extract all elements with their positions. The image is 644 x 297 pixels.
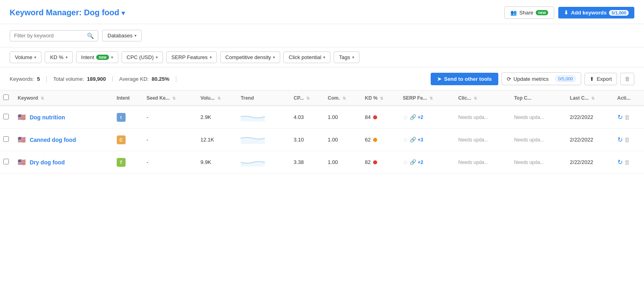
filter-intent[interactable]: Intent new ▾ (76, 51, 118, 63)
row-trash-icon[interactable]: 🗑 (624, 136, 630, 143)
filter-click-label: Click potential (289, 54, 321, 60)
filter-volume[interactable]: Volume ▾ (10, 51, 41, 63)
th-serp[interactable]: SERP Fe... ⇅ (400, 90, 455, 106)
row-last-c: 2/22/2022 (567, 151, 614, 174)
kd-dot (373, 160, 377, 164)
trend-chart (241, 112, 269, 121)
export-button[interactable]: ⬆ Export (584, 73, 617, 85)
flag-icon: 🇺🇸 (18, 114, 26, 121)
filter-volume-chevron: ▾ (34, 55, 36, 59)
databases-chevron: ▾ (134, 33, 136, 38)
row-seed-ke: - (143, 151, 197, 174)
row-checkbox[interactable] (3, 159, 9, 164)
link-icon: 🔗 (410, 114, 416, 120)
table-row: 🇺🇸 Dog nutrition I - 2.9K 4.03 1.00 84 ☆… (0, 106, 644, 129)
header-actions: 👥 Share new ⬇ Add keywords 5/1,000 (504, 6, 634, 19)
filter-serp[interactable]: SERP Features ▾ (166, 51, 217, 63)
stat-keywords-label: Keywords: (10, 76, 34, 82)
refresh-icon[interactable]: ↻ (617, 113, 623, 121)
stat-avg-kd: Average KD: 80.25% (119, 76, 176, 82)
th-volume[interactable]: Volu... ⇅ (197, 90, 237, 106)
lastc-sort-icon: ⇅ (591, 96, 594, 100)
kd-dot (373, 138, 377, 142)
search-box[interactable]: 🔍 (10, 30, 98, 41)
row-intent: T (114, 151, 143, 174)
send-icon: ➤ (437, 76, 442, 82)
delete-button[interactable]: 🗑 (620, 73, 634, 85)
row-seed-ke: - (143, 106, 197, 129)
filter-click[interactable]: Click potential ▾ (283, 51, 330, 63)
row-kd: 62 (362, 129, 400, 151)
filter-competitive-label: Competitive density (225, 54, 271, 60)
th-top-c[interactable]: Top C... (511, 90, 567, 106)
filter-bar: Volume ▾ KD % ▾ Intent new ▾ CPC (USD) ▾… (0, 47, 644, 68)
th-actions: Acti... (614, 90, 644, 106)
row-trend (237, 106, 290, 129)
serp-plus-badge[interactable]: +2 (418, 160, 423, 165)
row-trash-icon[interactable]: 🗑 (624, 159, 630, 166)
share-button[interactable]: 👥 Share new (504, 6, 554, 19)
row-cp: 3.38 (291, 151, 325, 174)
th-last-c[interactable]: Last C... ⇅ (567, 90, 614, 106)
databases-dropdown[interactable]: Databases ▾ (102, 30, 142, 41)
select-all-checkbox[interactable] (3, 94, 9, 100)
row-checkbox[interactable] (3, 114, 9, 119)
search-icon: 🔍 (87, 33, 94, 39)
keyword-link[interactable]: Dry dog food (30, 159, 65, 166)
row-com: 1.00 (324, 106, 361, 129)
title-chevron[interactable]: ▾ (122, 10, 125, 16)
kd-dot (373, 115, 377, 119)
row-keyword: 🇺🇸 Dog nutrition (14, 106, 114, 129)
top-c-value: Needs upda... (514, 115, 544, 120)
row-kd: 84 (362, 106, 400, 129)
search-input[interactable] (14, 33, 85, 39)
seedke-sort-icon: ⇅ (172, 96, 175, 100)
send-to-tools-button[interactable]: ➤ Send to other tools (431, 73, 498, 85)
filter-kd[interactable]: KD % ▾ (45, 51, 72, 63)
th-seed-ke[interactable]: Seed Ke... ⇅ (143, 90, 197, 106)
top-c-value: Needs upda... (514, 160, 544, 165)
serp-plus-badge[interactable]: +2 (418, 115, 423, 120)
th-kd[interactable]: KD % ⇅ (362, 90, 400, 106)
filter-cpc-chevron: ▾ (156, 55, 158, 59)
table-row: 🇺🇸 Canned dog food C - 12.1K 3.10 1.00 6… (0, 129, 644, 151)
filter-tags[interactable]: Tags ▾ (334, 51, 359, 63)
refresh-icon[interactable]: ↻ (617, 158, 623, 166)
cp-sort-icon: ⇅ (306, 96, 310, 100)
stats-bar: Keywords: 5 Total volume: 189,900 Averag… (0, 68, 644, 90)
update-metrics-button[interactable]: ⟳ Update metrics 0/5,000 (502, 72, 582, 85)
add-keywords-button[interactable]: ⬇ Add keywords 5/1,000 (558, 7, 634, 18)
th-intent[interactable]: Intent (114, 90, 143, 106)
click-value: Needs upda... (458, 137, 489, 143)
title-dynamic: Dog food (84, 8, 120, 17)
row-trend (237, 151, 290, 174)
row-checkbox[interactable] (3, 136, 9, 142)
kd-value: 84 (365, 114, 371, 120)
row-intent: C (114, 129, 143, 151)
th-cp[interactable]: CP... ⇅ (291, 90, 325, 106)
th-select-all[interactable] (0, 90, 14, 106)
row-checkbox-cell[interactable] (0, 151, 14, 174)
th-keyword[interactable]: Keyword ⇅ (14, 90, 114, 106)
star-icon: ☆ (403, 159, 408, 166)
row-checkbox-cell[interactable] (0, 106, 14, 129)
serp-plus-badge[interactable]: +3 (418, 137, 423, 143)
row-click: Needs upda... (455, 129, 511, 151)
filter-tags-chevron: ▾ (352, 55, 354, 59)
filter-cpc[interactable]: CPC (USD) ▾ (122, 51, 163, 63)
keywords-table-container: Keyword ⇅ Intent Seed Ke... ⇅ Volu... ⇅ … (0, 90, 644, 174)
keyword-link[interactable]: Canned dog food (30, 137, 76, 143)
add-keywords-label: Add keywords (571, 10, 607, 16)
volume-sort-icon: ⇅ (217, 96, 221, 100)
row-com: 1.00 (324, 151, 361, 174)
th-com[interactable]: Com. ⇅ (324, 90, 361, 106)
keyword-link[interactable]: Dog nutrition (30, 114, 65, 121)
filter-competitive[interactable]: Competitive density ▾ (220, 51, 280, 63)
link-icon: 🔗 (410, 137, 416, 143)
page-header: Keyword Manager: Dog food ▾ 👥 Share new … (0, 0, 644, 24)
row-trash-icon[interactable]: 🗑 (624, 114, 630, 121)
refresh-icon[interactable]: ↻ (617, 136, 623, 143)
th-click[interactable]: Clic... ⇅ (455, 90, 511, 106)
row-checkbox-cell[interactable] (0, 129, 14, 151)
update-label: Update metrics (514, 76, 549, 82)
